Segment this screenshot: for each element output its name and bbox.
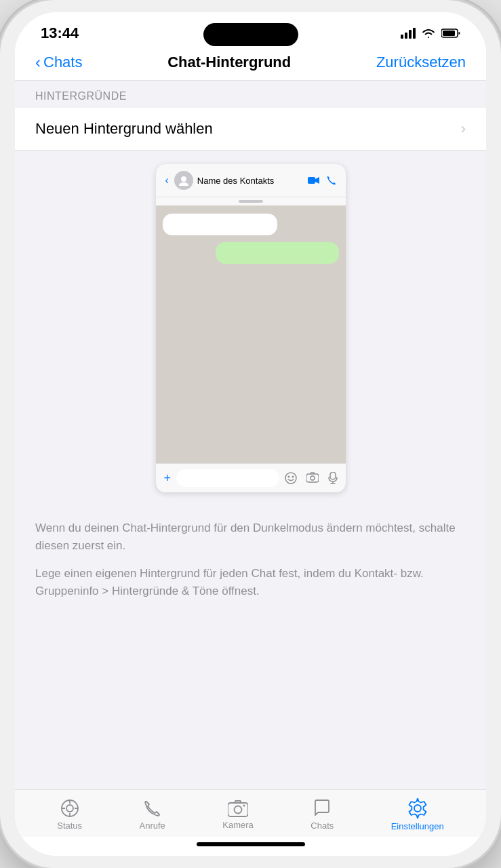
info-text-2: Lege einen eigenen Hintergrund für jeden… [35, 565, 466, 599]
svg-rect-11 [306, 474, 319, 482]
svg-rect-7 [308, 177, 315, 184]
back-label: Chats [43, 54, 82, 71]
svg-rect-0 [401, 35, 403, 39]
einstellungen-icon [407, 798, 428, 818]
svg-point-24 [243, 805, 245, 807]
tab-anrufe-label: Anrufe [140, 821, 165, 831]
status-time: 13:44 [41, 24, 79, 42]
tab-status[interactable]: Status [57, 799, 82, 831]
chat-preview-body [156, 205, 346, 463]
chat-preview-footer: + [156, 463, 346, 492]
home-indicator [15, 837, 486, 856]
back-button[interactable]: ‹ Chats [35, 53, 82, 72]
svg-point-6 [181, 176, 186, 182]
new-background-row[interactable]: Neuen Hintergrund wählen › [15, 108, 486, 151]
svg-rect-13 [330, 472, 336, 479]
svg-rect-3 [413, 28, 416, 39]
tab-status-label: Status [57, 821, 82, 831]
nav-bar: ‹ Chats Chat-Hintergrund Zurücksetzen [15, 47, 486, 81]
section-header-text: HINTERGRÜNDE [35, 90, 127, 102]
anrufe-icon [143, 799, 162, 818]
svg-point-17 [66, 805, 73, 812]
info-area: Wenn du deinen Chat-Hintergrund für den … [15, 506, 486, 789]
chat-preview-contact: Name des Kontakts [174, 171, 308, 190]
section-header: HINTERGRÜNDE [15, 81, 486, 108]
home-bar [197, 842, 305, 846]
phone-call-icon [327, 176, 336, 185]
signal-icon [401, 28, 416, 39]
tab-kamera-label: Kamera [222, 820, 254, 830]
wifi-icon [421, 28, 436, 39]
svg-rect-1 [405, 33, 407, 39]
sticker-icon [285, 472, 297, 484]
status-icons [401, 28, 460, 39]
svg-rect-22 [228, 803, 248, 816]
row-label: Neuen Hintergrund wählen [35, 120, 213, 138]
message-input-bar [176, 469, 279, 487]
nav-title: Chat-Hintergrund [167, 54, 291, 71]
tab-chats[interactable]: Chats [310, 799, 334, 831]
phone-inner: 13:44 [15, 12, 486, 856]
footer-actions [285, 472, 338, 484]
info-text-1: Wenn du deinen Chat-Hintergrund für den … [35, 519, 466, 554]
tab-einstellungen[interactable]: Einstellungen [391, 798, 444, 831]
contact-name: Name des Kontakts [197, 176, 274, 186]
phone-frame: 13:44 [0, 0, 501, 868]
status-icon [60, 799, 79, 818]
svg-point-25 [414, 805, 421, 812]
svg-point-9 [287, 476, 289, 478]
drag-handle [239, 200, 263, 203]
sent-bubble [216, 242, 339, 264]
battery-icon [441, 28, 460, 39]
tab-einstellungen-label: Einstellungen [391, 821, 444, 831]
svg-rect-5 [443, 31, 455, 36]
mic-icon [328, 472, 338, 484]
chevron-right-icon: › [461, 120, 466, 138]
reset-button[interactable]: Zurücksetzen [376, 54, 466, 71]
kamera-icon [228, 800, 248, 817]
svg-point-10 [292, 476, 294, 478]
camera-icon-small [306, 472, 319, 483]
received-bubble [163, 214, 277, 235]
svg-rect-2 [409, 30, 412, 39]
preview-area: ‹ Name des Kontakts [15, 151, 486, 506]
tab-anrufe[interactable]: Anrufe [140, 799, 165, 831]
tab-bar: Status Anrufe Kamera [15, 789, 486, 837]
svg-point-8 [285, 473, 296, 484]
video-call-icon [308, 176, 320, 185]
chevron-left-icon: ‹ [35, 53, 41, 72]
preview-action-icons [308, 176, 336, 185]
preview-back-icon: ‹ [165, 174, 169, 186]
svg-point-23 [235, 806, 242, 814]
add-attachment-icon: + [164, 471, 172, 486]
tab-chats-label: Chats [310, 821, 334, 831]
chat-preview: ‹ Name des Kontakts [156, 164, 346, 492]
tab-kamera[interactable]: Kamera [222, 800, 254, 830]
svg-point-12 [310, 476, 315, 480]
drag-handle-area [156, 197, 346, 205]
avatar [174, 171, 193, 190]
dynamic-island [203, 23, 298, 46]
chats-icon [313, 799, 332, 818]
chat-preview-header: ‹ Name des Kontakts [156, 164, 346, 197]
